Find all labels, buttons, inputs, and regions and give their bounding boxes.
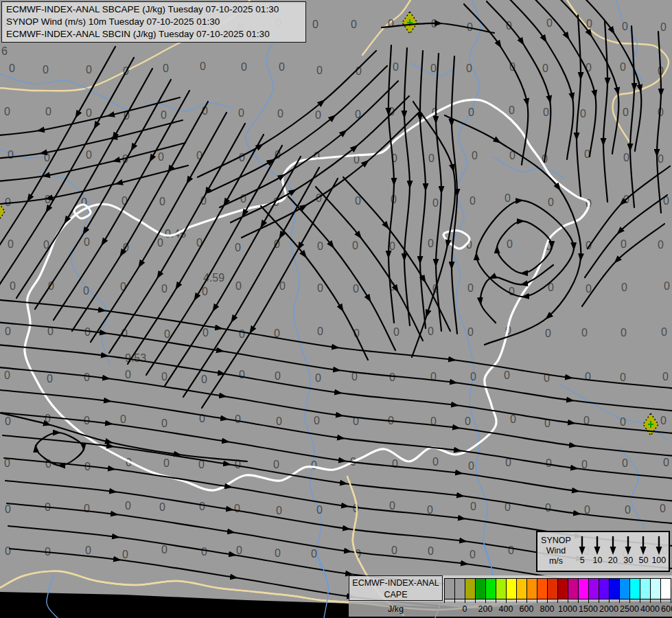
cape-legend-label-box: ECMWF-INDEX-ANAL CAPE: [349, 575, 443, 601]
wind-legend-variable: Wind: [537, 546, 575, 556]
cape-scale-tick: [537, 599, 537, 603]
station-value: 0: [504, 369, 510, 381]
cape-color-cell: [588, 578, 599, 599]
station-value: 0: [311, 548, 317, 560]
cape-color-cell: [526, 578, 537, 599]
station-value: 0: [623, 152, 629, 163]
station-value: 0: [468, 460, 474, 472]
station-value: 0: [159, 196, 165, 207]
cape-scale-tick: [485, 599, 486, 603]
station-value: 0: [83, 285, 89, 297]
station-value: 0: [510, 413, 516, 425]
station-value: 0: [586, 62, 592, 73]
station-value: 0: [163, 457, 170, 469]
cape-scale-label: 200: [478, 604, 493, 614]
station-value: 0: [273, 459, 279, 470]
station-value: 0: [546, 17, 553, 29]
station-value: 0: [202, 327, 209, 339]
cape-scale-tick: [671, 599, 671, 603]
wind-speed-scale: 510203050100: [575, 532, 669, 571]
cape-scale-label: 2500: [620, 604, 639, 614]
station-value: 0: [84, 503, 90, 514]
wind-speed-item: 100: [651, 535, 667, 571]
station-value: 0: [45, 106, 51, 117]
station-value: 0: [161, 544, 167, 556]
station-value: 0: [622, 21, 628, 32]
station-value: 0: [428, 545, 434, 557]
station-value: 0: [125, 500, 131, 512]
cape-scale-tick: [629, 599, 630, 603]
station-value: 0: [660, 503, 666, 514]
cape-scale-label: 800: [540, 604, 555, 614]
cape-color-cell: [496, 578, 507, 599]
wind-speed-item: 30: [621, 535, 636, 571]
station-value: 0: [620, 371, 626, 383]
station-value: 0: [620, 61, 626, 73]
station-value: 0: [241, 61, 247, 73]
cape-scale-tick: [599, 599, 599, 603]
station-value: 0: [235, 242, 241, 253]
station-value: 0: [432, 456, 439, 468]
wind-speed-item: 20: [605, 535, 621, 571]
station-value: 0: [465, 415, 471, 427]
station-value: 0: [509, 104, 515, 116]
station-value: 0: [548, 196, 554, 208]
station-value: 0: [84, 236, 90, 248]
station-value: 0: [351, 19, 357, 30]
station-value: 0: [45, 413, 51, 424]
station-value: 0: [235, 413, 241, 425]
cape-color-cell: [506, 578, 517, 599]
cape-scale-label: 6000: [661, 604, 672, 614]
station-value: 0: [43, 64, 49, 76]
cape-color-cell: [660, 578, 671, 599]
wind-legend-units: m/s: [537, 556, 575, 566]
station-value: 0: [470, 501, 476, 512]
station-value: 0: [86, 149, 92, 161]
cape-scale-tick: [506, 599, 507, 603]
cape-scale-label: 2000: [599, 604, 618, 614]
wind-arrow-down-icon: [592, 535, 602, 556]
cape-scale-tick: [650, 599, 651, 603]
station-value: 0: [199, 501, 205, 512]
cape-color-cell: [629, 578, 640, 599]
wind-arrow-down-icon: [608, 535, 618, 556]
station-value: 0: [353, 283, 359, 295]
wind-speed-item: 5: [575, 535, 590, 571]
station-value: 0: [158, 151, 164, 163]
station-value: 0: [388, 18, 394, 30]
station-value: 0: [546, 457, 552, 469]
cape-scale-tick: [568, 599, 568, 603]
station-value: 0: [466, 62, 472, 74]
station-value: 0: [581, 327, 588, 339]
station-value: 0: [120, 413, 126, 425]
station-value: 0: [392, 458, 398, 470]
cape-scale-tick: [557, 599, 558, 603]
cape-scale-tick: [547, 599, 548, 603]
cape-scale-tick: [444, 599, 445, 603]
cape-color-cell: [557, 578, 568, 599]
wind-speed-value: 30: [623, 556, 633, 565]
station-value: 0: [658, 239, 664, 251]
cape-color-cell: [516, 578, 527, 599]
station-value: 0: [352, 240, 358, 251]
station-value: 0: [161, 109, 167, 121]
station-value: 0: [316, 65, 323, 76]
station-value: 0: [5, 196, 11, 208]
wind-speed-item: 10: [590, 535, 605, 571]
station-value: 0: [125, 369, 131, 380]
wind-legend-title: SYNOP Wind m/s: [537, 532, 575, 571]
station-value: 0: [391, 545, 397, 556]
station-value: 0: [432, 197, 439, 209]
cape-scale-tick: [640, 599, 640, 603]
station-value: 0: [122, 549, 128, 560]
wind-legend: SYNOP Wind m/s 510203050100: [536, 531, 670, 572]
cape-legend-product: ECMWF-INDEX-ANAL: [349, 577, 442, 589]
station-value: 0: [468, 106, 474, 118]
cape-color-cell: [619, 578, 630, 599]
station-value: 0: [470, 195, 476, 207]
cape-color-cell: [444, 578, 455, 599]
cape-scale-tick: [454, 599, 455, 603]
station-value: 0: [311, 459, 317, 471]
station-value: 0: [196, 237, 202, 249]
station-value: 0: [4, 106, 10, 117]
